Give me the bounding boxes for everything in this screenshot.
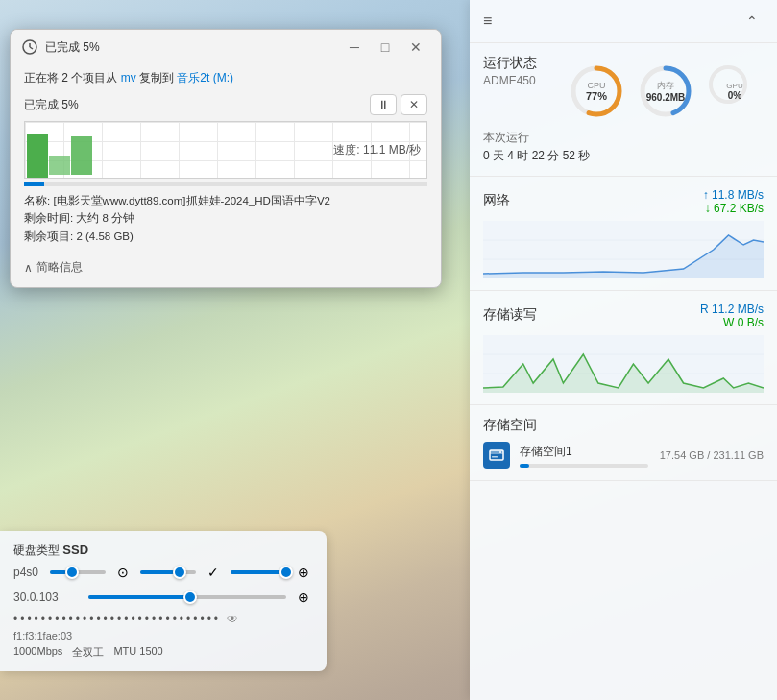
adapter-row: p4s0 ⊙ ✓ ⊕	[13, 563, 313, 582]
svg-point-17	[499, 451, 501, 453]
storage-rw-title: 存储读写	[483, 306, 537, 324]
menu-icon[interactable]: ≡	[483, 12, 492, 30]
progress-percent-label: 已完成 5%	[24, 97, 79, 113]
net-info-row: 1000Mbps 全双工 MTU 1500	[13, 645, 313, 660]
slider3-thumb[interactable]	[279, 566, 293, 579]
gpu-ring: GPU 0%	[706, 62, 764, 120]
memory-ring: 内存 960.2MB	[637, 62, 694, 120]
run-info: 本次运行 0 天 4 时 22 分 52 秒	[483, 130, 764, 164]
progress-track	[24, 182, 427, 186]
slider3[interactable]	[231, 570, 286, 574]
pause-button[interactable]: ⏸	[370, 94, 397, 115]
cpu-label: CPU	[586, 81, 607, 90]
run-time-value: 0 天 4 时 22 分 52 秒	[483, 148, 764, 164]
summary-toggle[interactable]: ∧ 简略信息	[24, 253, 427, 276]
right-panel: ≡ ⌃ 运行状态 ADME450 CPU	[470, 0, 777, 700]
cancel-copy-button[interactable]: ✕	[401, 94, 427, 115]
summary-label: 简略信息	[36, 259, 83, 276]
items-remaining: 剩余项目: 2 (4.58 GB)	[24, 228, 427, 245]
svg-line-2	[30, 47, 33, 49]
slider4[interactable]	[88, 595, 286, 599]
network-title: 网络	[483, 192, 510, 209]
source-link[interactable]: mv	[121, 71, 136, 84]
speed-info: 1000Mbps	[13, 645, 62, 660]
network-section: 网络 ↑ 11.8 MB/s ↓ 67.2 KB/s	[470, 177, 777, 291]
progress-fill	[24, 182, 44, 186]
dest-link[interactable]: 音乐2t (M:)	[177, 71, 233, 84]
storage-info: 存储空间1	[520, 444, 648, 468]
gpu-label: GPU	[726, 82, 742, 90]
storage-rw-section: 存储读写 R 11.2 MB/s W 0 B/s	[470, 291, 777, 405]
checkmark-icon: ✓	[204, 563, 223, 582]
storage-bar-fill	[520, 464, 529, 468]
copy-subtitle: 正在将 2 个项目从 mv 复制到 音乐2t (M:)	[24, 70, 427, 86]
slider2[interactable]	[140, 570, 196, 574]
storage-space-title: 存储空间	[483, 417, 764, 434]
file-info: 名称: [电影天堂www.dytt89.com]抓娃娃-2024_HD国语中字V…	[24, 192, 427, 245]
password-row: •••••••••••••••••••••••••••••• 👁	[13, 613, 313, 626]
gpu-gauge: GPU 0%	[706, 62, 764, 120]
memory-value: 960.2MB	[646, 92, 686, 103]
storage-item: 存储空间1 17.54 GB / 231.11 GB	[483, 442, 764, 469]
storage-space-section: 存储空间 存储空间1 17.54 GB / 231.11 GB	[470, 405, 777, 481]
network-speeds: ↑ 11.8 MB/s ↓ 67.2 KB/s	[703, 188, 764, 215]
progress-controls: ⏸ ✕	[370, 94, 427, 115]
password-field: ••••••••••••••••••••••••••••••	[13, 613, 221, 626]
storage-icon	[483, 442, 510, 469]
memory-label: 内存	[646, 80, 686, 92]
progress-chart: 速度: 11.1 MB/秒	[24, 121, 427, 179]
panel-header: ≡ ⌃	[470, 0, 777, 43]
gauges-row: CPU 77% 内存 960.2MB	[568, 62, 764, 120]
cpu-gauge: CPU 77%	[568, 62, 625, 120]
upload-speed: ↑ 11.8 MB/s	[703, 188, 764, 202]
write-speed: W 0 B/s	[700, 316, 764, 329]
dialog-title: 已完成 5%	[45, 39, 341, 56]
storage-rw-speeds: R 11.2 MB/s W 0 B/s	[700, 302, 764, 329]
mac-address: f1:f3:1fae:03	[13, 630, 313, 641]
minimize-button[interactable]: ─	[341, 37, 368, 57]
file-copy-dialog: 已完成 5% ─ □ ✕ 正在将 2 个项目从 mv 复制到 音乐2t (M:)…	[10, 29, 442, 288]
run-time-label: 本次运行	[483, 130, 764, 146]
device-name: ADME450	[483, 74, 537, 87]
ip-address: 30.0.103	[13, 591, 81, 604]
slider1-thumb[interactable]	[65, 566, 79, 579]
runtime-title: 运行状态	[483, 55, 537, 72]
dialog-body: 正在将 2 个项目从 mv 复制到 音乐2t (M:) 已完成 5% ⏸ ✕	[11, 62, 441, 287]
slider1[interactable]	[50, 570, 106, 574]
globe2-icon: ⊕	[294, 588, 313, 607]
disk-type-row: 硬盘类型 SSD	[13, 543, 313, 559]
eye-icon[interactable]: 👁	[227, 613, 241, 626]
storage-chart	[483, 335, 764, 393]
progress-header: 已完成 5% ⏸ ✕	[24, 94, 427, 115]
speed-label: 速度: 11.1 MB/秒	[333, 142, 421, 158]
maximize-button[interactable]: □	[372, 37, 399, 57]
wifi-icon: ⊙	[113, 563, 133, 582]
storage-name: 存储空间1	[520, 444, 648, 460]
close-button[interactable]: ✕	[402, 37, 429, 57]
expand-icon[interactable]: ⌃	[741, 10, 764, 33]
memory-center: 内存 960.2MB	[646, 80, 686, 103]
read-speed: R 11.2 MB/s	[700, 302, 764, 316]
clock-icon	[22, 39, 37, 55]
memory-gauge: 内存 960.2MB	[637, 62, 694, 120]
network-chart	[483, 221, 764, 278]
gpu-value: 0%	[726, 90, 742, 101]
cpu-value: 77%	[586, 90, 607, 102]
file-name: 名称: [电影天堂www.dytt89.com]抓娃娃-2024_HD国语中字V…	[24, 192, 427, 209]
panel-header-icons: ⌃	[741, 10, 764, 33]
cpu-center: CPU 77%	[586, 81, 607, 102]
svg-rect-18	[492, 456, 498, 458]
chevron-down-icon: ∧	[24, 261, 33, 275]
progress-container: 速度: 11.1 MB/秒	[24, 121, 427, 186]
disk-type-value: SSD	[62, 543, 88, 557]
runtime-section: 运行状态 ADME450 CPU 77%	[470, 43, 777, 177]
cpu-ring: CPU 77%	[568, 62, 625, 120]
slider2-thumb[interactable]	[173, 566, 186, 579]
ip-row: 30.0.103 ⊕	[13, 588, 313, 607]
slider4-thumb[interactable]	[183, 591, 197, 604]
dialog-controls: ─ □ ✕	[341, 37, 429, 57]
adapter-name: p4s0	[13, 566, 42, 579]
dialog-titlebar: 已完成 5% ─ □ ✕	[11, 30, 441, 62]
duplex-info: 全双工	[72, 645, 104, 660]
gpu-center: GPU 0%	[726, 82, 742, 101]
